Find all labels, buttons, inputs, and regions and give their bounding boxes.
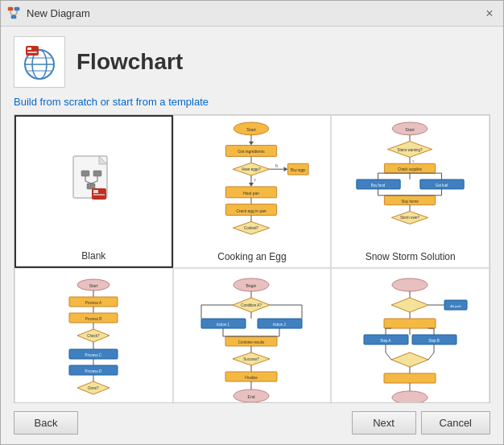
svg-text:End: End bbox=[248, 394, 255, 399]
close-button[interactable]: × bbox=[482, 6, 497, 21]
template-card-cooking[interactable]: Start Get ingredients Have eggs? bbox=[173, 115, 332, 268]
header-section: Flowchart bbox=[14, 36, 490, 88]
footer-right-buttons: Next Cancel bbox=[352, 411, 490, 435]
svg-text:Process C: Process C bbox=[85, 353, 103, 357]
svg-rect-135 bbox=[384, 319, 436, 328]
template-label-cooking: Cooking an Egg bbox=[217, 251, 286, 262]
dialog-footer: Back Next Cancel bbox=[14, 403, 490, 438]
svg-text:Check?: Check? bbox=[88, 334, 101, 338]
svg-point-153 bbox=[392, 391, 428, 402]
svg-text:Success?: Success? bbox=[244, 357, 260, 361]
svg-text:Crack egg in pan: Crack egg in pan bbox=[237, 209, 266, 213]
svg-point-128 bbox=[392, 278, 428, 291]
new-diagram-dialog: New Diagram × Flowchart bbox=[0, 0, 504, 445]
svg-text:Process A: Process A bbox=[85, 301, 101, 305]
svg-text:Y: Y bbox=[412, 159, 415, 163]
template-preview-cooking: Start Get ingredients Have eggs? bbox=[174, 116, 331, 249]
svg-text:Process B: Process B bbox=[85, 317, 102, 321]
back-button[interactable]: Back bbox=[14, 411, 78, 435]
svg-rect-1 bbox=[14, 7, 19, 10]
svg-text:Action 1: Action 1 bbox=[217, 323, 230, 327]
template-preview-snowstorm: Start Storm warning? Y Check supplies bbox=[332, 116, 489, 249]
svg-line-149 bbox=[428, 352, 434, 360]
svg-text:Have eggs?: Have eggs? bbox=[242, 167, 262, 171]
svg-text:Buy food: Buy food bbox=[371, 183, 386, 187]
template-preview-blank bbox=[16, 117, 171, 249]
svg-marker-37 bbox=[250, 183, 254, 187]
svg-text:Get ingredients: Get ingredients bbox=[238, 150, 266, 154]
template-preview-5: Begin Condition A? Action 1 Action 2 bbox=[174, 269, 331, 402]
svg-text:Heat pan: Heat pan bbox=[243, 192, 259, 196]
svg-text:Check supplies: Check supplies bbox=[398, 167, 423, 171]
svg-text:Get fuel: Get fuel bbox=[436, 183, 448, 187]
svg-text:Done?: Done? bbox=[89, 386, 100, 390]
template-preview-6: Alt path Step A Step B bbox=[332, 269, 489, 402]
svg-marker-130 bbox=[391, 298, 428, 312]
svg-text:Y: Y bbox=[254, 179, 256, 183]
dialog-icon bbox=[7, 6, 22, 21]
svg-rect-18 bbox=[93, 171, 101, 176]
template-card-blank[interactable]: Blank bbox=[14, 115, 173, 268]
svg-text:Start: Start bbox=[89, 283, 98, 288]
next-button[interactable]: Next bbox=[352, 411, 416, 435]
svg-text:Condition A?: Condition A? bbox=[242, 303, 262, 307]
svg-marker-147 bbox=[391, 352, 428, 367]
template-label-blank: Blank bbox=[81, 250, 105, 262]
diagram-type-title: Flowchart bbox=[76, 49, 183, 75]
svg-text:Action 2: Action 2 bbox=[273, 323, 287, 327]
svg-text:Step A: Step A bbox=[381, 339, 391, 343]
svg-text:Cooked?: Cooked? bbox=[245, 226, 259, 230]
svg-text:Storm over?: Storm over? bbox=[400, 216, 420, 220]
svg-line-148 bbox=[386, 352, 391, 360]
svg-text:Start: Start bbox=[247, 127, 257, 132]
svg-text:Begin: Begin bbox=[246, 283, 257, 288]
svg-marker-30 bbox=[250, 142, 254, 146]
svg-text:Buy eggs: Buy eggs bbox=[291, 168, 306, 172]
template-card-snowstorm[interactable]: Start Storm warning? Y Check supplies bbox=[331, 115, 490, 268]
svg-text:N: N bbox=[275, 164, 278, 168]
svg-rect-12 bbox=[26, 46, 39, 56]
svg-text:Step B: Step B bbox=[428, 339, 440, 343]
footer-left-buttons: Back bbox=[14, 411, 78, 435]
svg-rect-0 bbox=[8, 7, 13, 10]
svg-rect-17 bbox=[81, 171, 89, 176]
svg-text:Storm warning?: Storm warning? bbox=[398, 148, 423, 152]
svg-text:Combine results: Combine results bbox=[238, 340, 265, 344]
template-card-4[interactable]: Start Process A Process B Check? bbox=[14, 268, 173, 402]
svg-rect-13 bbox=[27, 47, 31, 50]
svg-rect-151 bbox=[384, 373, 436, 383]
svg-rect-19 bbox=[87, 183, 95, 189]
svg-text:Start: Start bbox=[405, 127, 415, 132]
blank-doc-icon bbox=[68, 157, 119, 208]
svg-line-5 bbox=[10, 14, 14, 15]
flowchart-icon bbox=[14, 36, 65, 88]
template-grid: Blank Start bbox=[14, 115, 490, 402]
template-label-snowstorm: Snow Storm Solution bbox=[366, 251, 456, 262]
svg-text:Finalize: Finalize bbox=[246, 376, 258, 380]
svg-text:Alt path: Alt path bbox=[450, 304, 461, 308]
dialog-content: Flowchart Build from scratch or start fr… bbox=[1, 27, 503, 444]
subtitle-text: Build from scratch or start from a templ… bbox=[14, 96, 490, 108]
title-bar: New Diagram × bbox=[1, 1, 503, 27]
svg-marker-40 bbox=[284, 167, 288, 171]
cancel-button[interactable]: Cancel bbox=[421, 411, 490, 435]
template-grid-container: Blank Start bbox=[14, 114, 490, 403]
dialog-title: New Diagram bbox=[27, 7, 482, 19]
svg-rect-25 bbox=[93, 190, 98, 193]
svg-line-6 bbox=[14, 14, 17, 15]
template-preview-4: Start Process A Process B Check? bbox=[15, 269, 172, 402]
svg-text:Stay home: Stay home bbox=[402, 200, 419, 204]
template-card-5[interactable]: Begin Condition A? Action 1 Action 2 bbox=[173, 268, 332, 402]
svg-text:Process D: Process D bbox=[85, 369, 103, 373]
template-card-6[interactable]: Alt path Step A Step B bbox=[331, 268, 490, 402]
svg-rect-14 bbox=[27, 52, 37, 53]
svg-rect-2 bbox=[11, 15, 16, 19]
